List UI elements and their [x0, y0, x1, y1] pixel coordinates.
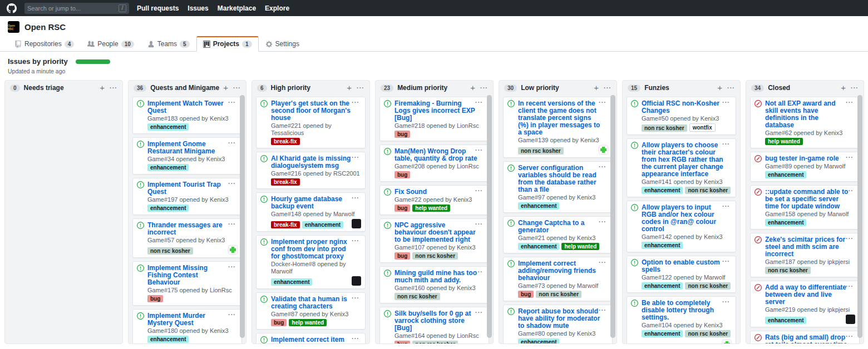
issue-label[interactable]: non rsc kosher — [394, 293, 440, 300]
issue-label[interactable]: non rsc kosher — [685, 282, 731, 290]
issue-card[interactable]: ···Allow players to choose their charact… — [627, 138, 736, 197]
card-options-button[interactable]: ··· — [842, 186, 857, 195]
assignee-avatar[interactable] — [228, 245, 238, 255]
issue-title[interactable]: Mining guild mine has too much mith and … — [394, 270, 485, 284]
issue-label[interactable]: enhancement — [147, 164, 189, 171]
assignee-avatar[interactable] — [599, 145, 608, 154]
issue-card[interactable]: ···Implement Murder Mystery QuestGame#18… — [132, 309, 242, 344]
issue-card[interactable]: ···::update command able to be set a spe… — [750, 185, 860, 230]
issue-label[interactable]: enhancement — [518, 202, 559, 210]
issue-card[interactable]: ···In recent versions of the client the … — [503, 97, 613, 158]
card-options-button[interactable]: ··· — [225, 98, 239, 107]
issue-label[interactable]: bug — [394, 252, 410, 260]
card-options-button[interactable]: ··· — [348, 153, 363, 162]
issue-card[interactable]: ···Mining guild mine has too much mith a… — [379, 266, 489, 303]
issue-title[interactable]: Allow players to input RGB and/or hex co… — [642, 204, 732, 233]
issue-label[interactable]: non rsc kosher — [685, 187, 731, 194]
issue-card[interactable]: ···Implement Watch Tower QuestGame#183 o… — [132, 97, 242, 134]
issue-card[interactable]: ···Official RSC non-Kosher ChangesGame#5… — [627, 97, 736, 135]
issue-label[interactable]: bug — [394, 131, 410, 138]
card-options-button[interactable]: ··· — [348, 293, 363, 302]
issue-label[interactable]: enhancement — [642, 242, 683, 249]
issue-label[interactable]: break-fix — [271, 221, 300, 228]
issue-label[interactable]: enhancement — [765, 317, 806, 324]
column-menu-button[interactable]: ··· — [851, 84, 859, 91]
card-options-button[interactable]: ··· — [595, 217, 610, 226]
column-scrollbar[interactable] — [487, 95, 492, 338]
card-options-button[interactable]: ··· — [472, 220, 486, 228]
issue-card[interactable]: ···Implement Missing Fishing Contest Beh… — [132, 261, 242, 306]
issue-title[interactable]: Report abuse box should have ability for… — [518, 308, 608, 330]
tab-people[interactable]: People10 — [81, 37, 141, 52]
issue-label[interactable]: non rsc kosher — [765, 267, 811, 274]
card-options-button[interactable]: ··· — [472, 308, 486, 317]
issue-label[interactable]: enhancement — [147, 123, 189, 131]
issue-label[interactable]: wontfix — [689, 123, 716, 132]
card-options-button[interactable]: ··· — [472, 146, 486, 154]
issue-label[interactable]: bug — [518, 291, 534, 298]
column-menu-button[interactable]: ··· — [480, 84, 488, 91]
add-card-button[interactable]: + — [100, 84, 105, 91]
issue-card[interactable]: ···Option to enable custom spellsGame#12… — [627, 256, 736, 293]
issue-card[interactable]: ···Implement proper nginx conf from dev … — [256, 235, 366, 289]
card-options-button[interactable]: ··· — [719, 139, 733, 148]
column-scrollbar[interactable] — [610, 95, 615, 338]
issue-label[interactable]: non rsc kosher — [536, 291, 581, 298]
add-card-button[interactable]: + — [347, 84, 352, 91]
issue-label[interactable]: help wanted — [289, 319, 327, 326]
add-card-button[interactable]: + — [594, 84, 599, 91]
issue-label[interactable]: break-fix — [271, 178, 300, 186]
column-menu-button[interactable]: ··· — [727, 84, 735, 91]
issue-title[interactable]: ::update command able to be set a specif… — [765, 188, 855, 210]
issue-card[interactable]: ···Implement correct item on death behav… — [256, 333, 366, 344]
card-options-button[interactable]: ··· — [348, 193, 363, 202]
assignee-avatar[interactable] — [352, 219, 361, 228]
card-options-button[interactable]: ··· — [595, 306, 610, 315]
org-avatar[interactable]: Open RSC — [8, 21, 19, 33]
issue-title[interactable]: Add a way to differentiate between dev a… — [765, 284, 855, 306]
issue-card[interactable]: ···Man(Men) Wrong Drop table, quantity &… — [379, 144, 489, 182]
assignee-avatar[interactable] — [352, 276, 361, 286]
issue-title[interactable]: Thrander messages are incorrect — [147, 222, 238, 236]
card-options-button[interactable]: ··· — [842, 332, 857, 341]
issue-label[interactable]: enhancement — [765, 219, 806, 226]
issue-title[interactable]: Man(Men) Wrong Drop table, quantity & dr… — [394, 148, 485, 162]
issue-title[interactable]: Firemaking - Burning Logs gives incorrec… — [394, 100, 485, 122]
issue-card[interactable]: ···Validate that a human is creating cha… — [256, 292, 366, 330]
card-options-button[interactable]: ··· — [719, 98, 733, 107]
issue-card[interactable]: ···Not all EXP award and skill events ha… — [750, 97, 860, 148]
column-scrollbar[interactable] — [857, 95, 862, 338]
issue-label[interactable]: enhancement — [518, 338, 559, 344]
issue-title[interactable]: Implement Missing Fishing Contest Behavi… — [147, 265, 238, 286]
assignee-avatar[interactable] — [722, 340, 732, 344]
card-options-button[interactable]: ··· — [842, 282, 857, 291]
issue-card[interactable]: ···Hourly game database backup eventGame… — [256, 192, 366, 232]
search-input[interactable]: Search or jump to... — [27, 5, 116, 12]
add-card-button[interactable]: + — [841, 84, 846, 91]
card-options-button[interactable]: ··· — [595, 162, 610, 171]
issue-card[interactable]: ···Zeke's scimitar prices for steel and … — [750, 233, 860, 277]
column-menu-button[interactable]: ··· — [110, 84, 117, 91]
issue-card[interactable]: ···Firemaking - Burning Logs gives incor… — [379, 97, 489, 141]
card-options-button[interactable]: ··· — [348, 236, 363, 245]
issue-label[interactable]: enhancement — [302, 221, 343, 228]
tab-settings[interactable]: Settings — [259, 37, 306, 52]
issue-title[interactable]: Official RSC non-Kosher Changes — [642, 100, 732, 114]
card-options-button[interactable]: ··· — [719, 297, 733, 306]
tab-teams[interactable]: Teams5 — [141, 37, 196, 52]
issue-label[interactable]: enhancement — [642, 330, 683, 337]
issue-title[interactable]: Option to enable custom spells — [642, 259, 732, 273]
card-options-button[interactable]: ··· — [225, 262, 239, 271]
tab-projects[interactable]: Projects1 — [196, 36, 259, 52]
column-menu-button[interactable]: ··· — [233, 84, 241, 91]
issue-label[interactable]: break-fix — [271, 138, 300, 145]
issue-title[interactable]: In recent versions of the client the gam… — [518, 100, 608, 136]
card-options-button[interactable]: ··· — [348, 334, 363, 343]
issue-card[interactable]: ···Player's get stuck on the second floo… — [256, 97, 366, 148]
column-menu-button[interactable]: ··· — [604, 84, 611, 91]
issue-card[interactable]: ···Silk buy/sells for 0 gp at varrock cl… — [379, 307, 489, 344]
issue-card[interactable]: ···Rats (big and small) drop rat tails a… — [750, 331, 860, 344]
issue-title[interactable]: Implement proper nginx conf from dev int… — [271, 238, 361, 260]
issue-label[interactable]: bug — [394, 205, 410, 212]
issue-card[interactable]: ···Thrander messages are incorrectGame#5… — [132, 218, 242, 258]
